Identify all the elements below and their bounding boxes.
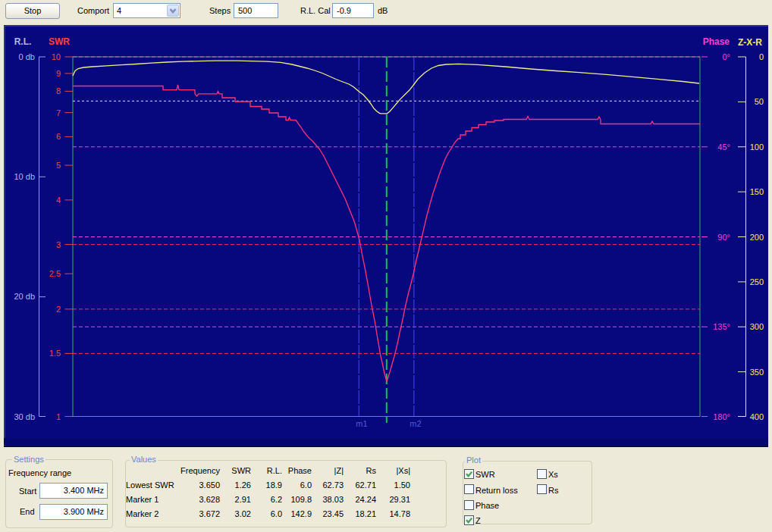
svg-text:18.9: 18.9 [266, 480, 282, 490]
svg-text:2.91: 2.91 [235, 495, 251, 504]
svg-text:62.71: 62.71 [355, 480, 376, 490]
svg-text:3.672: 3.672 [199, 509, 220, 518]
svg-text:6.0: 6.0 [300, 480, 312, 490]
svg-text:14.78: 14.78 [389, 509, 410, 518]
svg-text:38.03: 38.03 [322, 495, 344, 504]
svg-text:|Xs|: |Xs| [396, 466, 410, 475]
svg-text:Rs: Rs [366, 466, 377, 475]
svg-text:3.650: 3.650 [199, 480, 220, 490]
svg-text:62.73: 62.73 [322, 480, 344, 490]
svg-text:6.0: 6.0 [271, 509, 282, 518]
svg-text:SWR: SWR [231, 466, 251, 475]
svg-text:142.9: 142.9 [290, 509, 312, 518]
svg-text:1.26: 1.26 [235, 480, 251, 490]
svg-text:23.45: 23.45 [322, 509, 344, 518]
svg-text:R.L.: R.L. [267, 466, 282, 475]
svg-text:18.21: 18.21 [355, 509, 376, 518]
svg-text:109.8: 109.8 [290, 495, 312, 504]
svg-text:1.50: 1.50 [394, 480, 410, 490]
svg-text:Frequency: Frequency [180, 466, 220, 475]
svg-text:29.31: 29.31 [389, 495, 410, 504]
svg-text:3.02: 3.02 [235, 509, 251, 518]
svg-text:6.2: 6.2 [271, 495, 282, 504]
svg-text:24.24: 24.24 [355, 495, 376, 504]
svg-text:Phase: Phase [288, 466, 312, 475]
svg-text:|Z|: |Z| [334, 466, 344, 475]
svg-text:3.628: 3.628 [199, 495, 220, 504]
